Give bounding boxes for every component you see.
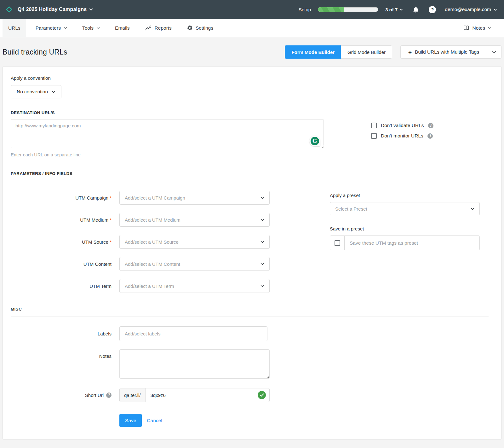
chevron-down-icon [471, 207, 474, 210]
utm-medium-label: UTM Medium* [11, 217, 112, 223]
nav-tab-parameters[interactable]: Parameters [30, 19, 73, 37]
apply-convention-label: Apply a convention [11, 75, 489, 81]
setup-progress-fill [318, 7, 344, 12]
notes-textarea[interactable] [119, 349, 270, 379]
divider [11, 181, 489, 181]
utm-campaign-row: UTM Campaign* Add/select a UTM Campaign [11, 191, 270, 205]
shorturl-field: qa.ter.li/ [119, 388, 270, 402]
notifications-button[interactable] [412, 6, 419, 13]
help-button[interactable]: ? [429, 6, 436, 13]
page-header: Build tracking URLs Form Mode Builder Gr… [0, 37, 504, 66]
chart-line-icon [145, 25, 152, 31]
convention-select[interactable]: No convention [11, 85, 61, 98]
save-preset-placeholder: Save these UTM tags as preset [345, 236, 418, 250]
dont-monitor-label: Don't monitor URLs [381, 133, 423, 139]
nav-tab-emails[interactable]: Emails [109, 19, 135, 37]
build-multi-tags-dropdown[interactable] [487, 46, 501, 58]
nav-tab-tools-label: Tools [82, 25, 94, 31]
dont-monitor-checkbox[interactable] [371, 133, 377, 139]
utm-term-select[interactable]: Add/select a UTM Term [119, 279, 270, 293]
project-switcher[interactable]: Q4 2025 Holiday Campaigns [18, 7, 93, 12]
labels-row: Labels [11, 326, 489, 341]
setup-label: Setup [299, 7, 311, 12]
form-mode-builder-button[interactable]: Form Mode Builder [285, 45, 341, 59]
utm-campaign-select[interactable]: Add/select a UTM Campaign [119, 191, 270, 205]
save-preset-label: Save in a preset [330, 226, 480, 231]
utm-source-placeholder: Add/select a UTM Source [125, 239, 179, 245]
utm-medium-select[interactable]: Add/select a UTM Medium [119, 213, 270, 227]
gear-icon [187, 25, 193, 31]
nav-tab-settings[interactable]: Settings [181, 19, 219, 37]
utm-medium-placeholder: Add/select a UTM Medium [125, 217, 180, 223]
form-actions: Save Cancel [119, 414, 489, 427]
project-title-label: Q4 2025 Holiday Campaigns [18, 7, 87, 12]
utm-content-row: UTM Content* Add/select a UTM Content [11, 257, 270, 271]
required-marker: * [110, 239, 112, 245]
notes-row: Notes [11, 349, 489, 380]
build-multi-tags-button[interactable]: + Build URLs with Multiple Tags [401, 46, 487, 58]
cancel-button[interactable]: Cancel [147, 418, 162, 423]
grid-mode-builder-button[interactable]: Grid Mode Builder [341, 45, 392, 59]
divider [11, 317, 489, 317]
utm-fields-column: UTM Campaign* Add/select a UTM Campaign … [11, 191, 270, 301]
save-button[interactable]: Save [119, 414, 142, 427]
grammarly-button[interactable]: G [309, 136, 320, 146]
preset-select[interactable]: Select a Preset [330, 202, 480, 215]
utm-content-select[interactable]: Add/select a UTM Content [119, 257, 270, 271]
check-circle-icon [258, 391, 266, 399]
shorturl-help-icon[interactable]: ? [106, 393, 112, 398]
plus-icon: + [408, 49, 412, 55]
utm-content-label: UTM Content* [11, 261, 112, 267]
utm-term-placeholder: Add/select a UTM Term [125, 283, 174, 289]
notes-button[interactable]: Notes [457, 25, 497, 31]
utm-campaign-placeholder: Add/select a UTM Campaign [125, 195, 185, 201]
utm-campaign-label: UTM Campaign* [11, 195, 112, 201]
notes-label: Notes [11, 349, 112, 359]
nav-tab-settings-label: Settings [196, 25, 213, 31]
utm-content-placeholder: Add/select a UTM Content [125, 261, 180, 267]
bell-icon [412, 6, 419, 13]
chevron-down-icon [261, 218, 264, 221]
nav-tab-parameters-label: Parameters [36, 25, 61, 31]
destination-urls-field: G [11, 119, 324, 149]
save-preset-checkbox[interactable] [335, 240, 340, 246]
chevron-down-icon [399, 9, 403, 11]
info-icon[interactable]: i [428, 123, 433, 128]
chevron-down-icon [52, 90, 55, 93]
shorturl-input[interactable] [146, 388, 254, 402]
destination-urls-textarea[interactable] [11, 119, 324, 148]
chevron-down-icon [89, 8, 93, 11]
build-multi-tags-split-button: + Build URLs with Multiple Tags [400, 45, 501, 59]
convention-selected-value: No convention [17, 89, 48, 95]
top-app-bar: Q4 2025 Holiday Campaigns Setup 3 of 7 ?… [0, 0, 504, 19]
nav-tab-urls[interactable]: URLs [3, 19, 26, 37]
utm-term-row: UTM Term* Add/select a UTM Term [11, 279, 270, 293]
nav-tab-tools[interactable]: Tools [77, 19, 106, 37]
chevron-down-icon [96, 27, 100, 29]
dont-validate-checkbox[interactable] [371, 123, 377, 128]
chevron-down-icon [488, 27, 491, 29]
shorturl-label-cell: Short Url ? [11, 393, 112, 398]
destination-helper-text: Enter each URL on a separate line [11, 152, 489, 157]
misc-heading: MISC [11, 307, 489, 311]
nav-tab-emails-label: Emails [115, 25, 130, 31]
labels-input[interactable] [119, 326, 267, 341]
utm-source-select[interactable]: Add/select a UTM Source [119, 235, 270, 249]
preset-select-placeholder: Select a Preset [335, 206, 367, 212]
chevron-down-icon [261, 263, 264, 265]
builder-mode-toggle: Form Mode Builder Grid Mode Builder [285, 45, 392, 59]
grammarly-icon: G [311, 137, 319, 145]
info-icon[interactable]: i [427, 133, 433, 139]
nav-tab-reports-label: Reports [155, 25, 172, 31]
dont-validate-row: Don't validate URLs i [371, 123, 433, 128]
save-preset-field[interactable]: Save these UTM tags as preset [330, 236, 480, 250]
chevron-down-icon [494, 9, 497, 11]
setup-progress-dropdown[interactable]: 3 of 7 [385, 7, 403, 12]
setup-progress-count: 3 of 7 [385, 7, 398, 12]
nav-tab-reports[interactable]: Reports [139, 19, 177, 37]
parameters-heading: PARAMETERS / INFO FIELDS [11, 171, 489, 176]
chevron-down-icon [261, 196, 264, 199]
user-account-menu[interactable]: demo@example.com [445, 7, 497, 12]
build-multi-tags-label: Build URLs with Multiple Tags [415, 49, 479, 55]
preset-column: Apply a preset Select a Preset Save in a… [330, 191, 480, 301]
